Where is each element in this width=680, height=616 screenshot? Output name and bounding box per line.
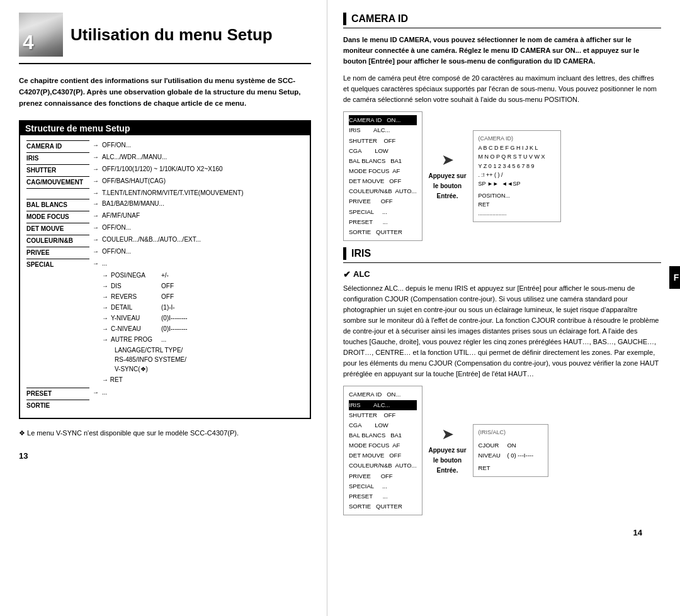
ret-sub: → RET	[102, 375, 303, 385]
iris-title-text: IRIS	[351, 248, 371, 259]
menu-item-shutter: SHUTTER → OFF/1/100(1/120) ~ 1/10K/AUTO …	[26, 164, 303, 176]
iris-menu-row-special: SPECIAL ...	[349, 481, 417, 491]
menu-row-special: SPECIAL ...	[349, 207, 417, 217]
iris-menu-row-det-mouve: DET MOUVE OFF	[349, 451, 417, 461]
sub-item-c-niveau: → C-NIVEAU (0)I--------	[102, 324, 303, 334]
menu-item-privee: PRIVEE → OFF/ON...	[26, 247, 303, 258]
intro-text: Ce chapitre contient des informations su…	[19, 76, 311, 109]
sub-item-y-niveau: → Y-NIVEAU (0)I--------	[102, 313, 303, 323]
menu-label-iris: IRIS	[26, 152, 89, 164]
menu-row-privee: PRIVEE OFF	[349, 196, 417, 206]
menu-label-mode-focus: MODE FOCUS	[26, 211, 89, 222]
sub-item-detail: → DETAIL (1)-I-	[102, 303, 303, 313]
press-info-1: Appuyez surle boutonEntrée.	[429, 171, 467, 201]
menu-tree: CAMERA ID → OFF/ON... IRIS → ALC.../WDR.…	[26, 140, 303, 411]
chapter-number-box: 4	[19, 13, 63, 57]
structure-box: Structure de menu Setup CAMERA ID → OFF/…	[19, 120, 311, 419]
menu-row-shutter: SHUTTER OFF	[349, 136, 417, 146]
menu-row-sortie: SORTIE QUITTER	[349, 227, 417, 237]
menu-label-cag: CAG/MOUVEMENT	[26, 176, 89, 188]
menu-label-preset: PRESET	[26, 388, 89, 399]
camera-id-screenshot-container: CAMERA ID ON... IRIS ALC... SHUTTER OFF …	[343, 111, 661, 241]
iris-menu-row-couleur: COULEUR/N&B AUTO...	[349, 461, 417, 471]
sub-item-dis: → DIS OFF	[102, 281, 303, 291]
menu-label-camera-id: CAMERA ID	[26, 140, 89, 152]
alc-label: ALC	[353, 269, 370, 279]
iris-menu-row-privee: PRIVEE OFF	[349, 471, 417, 481]
menu-row-det-mouve: DET MOUVE OFF	[349, 176, 417, 186]
menu-row-bal: BAL BLANCS BA1	[349, 156, 417, 166]
chapter-header: 4 Utilisation du menu Setup	[19, 13, 311, 64]
autre-prog-values: LANGAGE/CTRL TYPE/ RS-485/INFO SYSTEME/ …	[115, 345, 303, 374]
subsection-alc-title: ✔ ALC	[343, 269, 661, 279]
press-info-2: Appuyez surle boutonEntrée.	[429, 445, 467, 476]
page-number-left: 13	[19, 451, 311, 461]
menu-label-bal: BAL BLANCS	[26, 199, 89, 210]
menu-item-mode-focus: MODE FOCUS → AF/MF/UNAF	[26, 211, 303, 222]
section-title-text: CAMERA ID	[351, 13, 408, 25]
iris-menu-row-bal: BAL BLANCS BA1	[349, 430, 417, 440]
menu-label-det-mouve: DET MOUVE	[26, 223, 89, 234]
chapter-title: Utilisation du menu Setup	[71, 25, 273, 45]
menu-item-couleur: COULEUR/N&B → COULEUR.../N&B.../AUTO.../…	[26, 235, 303, 246]
menu-row-camera-id: CAMERA ID ON...	[349, 115, 417, 125]
arrow-right-icon: ➤	[441, 151, 454, 169]
iris-menu-row-camera-id: CAMERA ID ON...	[349, 389, 417, 400]
iris-menu-row-preset: PRESET ...	[349, 491, 417, 501]
sub-item-revers: → REVERS OFF	[102, 292, 303, 302]
menu-label-cag2	[26, 188, 89, 189]
menu-item-preset: PRESET → ...	[26, 388, 303, 399]
arrow-right-icon-2: ➤	[441, 425, 454, 443]
camera-id-menu-screenshot: CAMERA ID ON... IRIS ALC... SHUTTER OFF …	[343, 111, 422, 241]
iris-alc-result-box: (IRIS/ALC) CJOUR ON NIVEAU ( 0) ---I----…	[473, 424, 548, 477]
chapter-number: 4	[23, 31, 34, 54]
menu-item-iris: IRIS → ALC.../WDR.../MANU...	[26, 152, 303, 164]
f-tab: F	[669, 266, 680, 289]
iris-alc-text: Sélectionnez ALC... depuis le menu IRIS …	[343, 283, 661, 379]
menu-row-couleur: COULEUR/N&B AUTO...	[349, 186, 417, 196]
menu-label-sortie: SORTIE	[26, 400, 89, 411]
menu-label-privee: PRIVEE	[26, 247, 89, 258]
menu-row-cga: CGA LOW	[349, 146, 417, 156]
iris-menu-screenshot: CAMERA ID ON... IRIS ALC... SHUTTER OFF …	[343, 386, 422, 515]
note-text: ❖ Le menu V-SYNC n'est disponible que su…	[19, 428, 311, 439]
iris-menu-row-iris: IRIS ALC...	[349, 400, 417, 410]
camera-id-text2: Le nom de caméra peut être composé de 20…	[343, 73, 661, 105]
menu-label-special: SPECIAL	[26, 259, 89, 270]
menu-item-bal: BAL BLANCS → BA1/BA2/BM/MANU...	[26, 199, 303, 210]
structure-title: Structure de menu Setup	[20, 121, 310, 135]
camera-id-arrow-area: ➤ Appuyez surle boutonEntrée.	[429, 151, 467, 201]
camera-id-char-table: (CAMERA ID) A B C D E F G H I J K L M N …	[473, 130, 561, 222]
iris-arrow-area: ➤ Appuyez surle boutonEntrée.	[429, 425, 467, 476]
right-page: F CAMERA ID Dans le menu ID CAMERA, vous…	[327, 0, 680, 616]
page-number-right: 14	[343, 528, 661, 537]
sub-items-container: → POSI/NEGA +/- → DIS OFF → REVERS OFF	[102, 271, 303, 385]
menu-item-sortie: SORTIE	[26, 400, 303, 411]
iris-menu-row-sortie: SORTIE QUITTER	[349, 501, 417, 512]
iris-menu-row-cga: CGA LOW	[349, 420, 417, 430]
section-iris-title: IRIS	[343, 247, 661, 263]
sub-item-autre-prog: → AUTRE PROG ...	[102, 335, 303, 345]
iris-screenshot-container: CAMERA ID ON... IRIS ALC... SHUTTER OFF …	[343, 386, 661, 515]
menu-label-shutter: SHUTTER	[26, 164, 89, 176]
menu-label-couleur: COULEUR/N&B	[26, 235, 89, 246]
menu-item-cag2: → T.LENT/LENT/NORM/VITE/T.VITE(MOUVEMENT…	[26, 188, 303, 198]
menu-row-preset: PRESET ...	[349, 217, 417, 227]
menu-item-special: SPECIAL → ...	[26, 259, 303, 270]
camera-id-text1: Dans le menu ID CAMERA, vous pouvez séle…	[343, 35, 661, 67]
menu-item-camera-id: CAMERA ID → OFF/ON...	[26, 140, 303, 152]
menu-item-det-mouve: DET MOUVE → OFF/ON...	[26, 223, 303, 234]
iris-menu-row-mode-focus: MODE FOCUS AF	[349, 440, 417, 451]
sub-item-posi: → POSI/NEGA +/-	[102, 271, 303, 281]
iris-menu-row-shutter: SHUTTER OFF	[349, 410, 417, 420]
section-camera-id-title: CAMERA ID	[343, 13, 661, 28]
menu-item-cag: CAG/MOUVEMENT → OFF/BAS/HAUT(CAG)	[26, 176, 303, 188]
left-page: 4 Utilisation du menu Setup Ce chapitre …	[0, 0, 327, 616]
menu-row-iris: IRIS ALC...	[349, 125, 417, 135]
menu-row-mode-focus: MODE FOCUS AF	[349, 166, 417, 176]
